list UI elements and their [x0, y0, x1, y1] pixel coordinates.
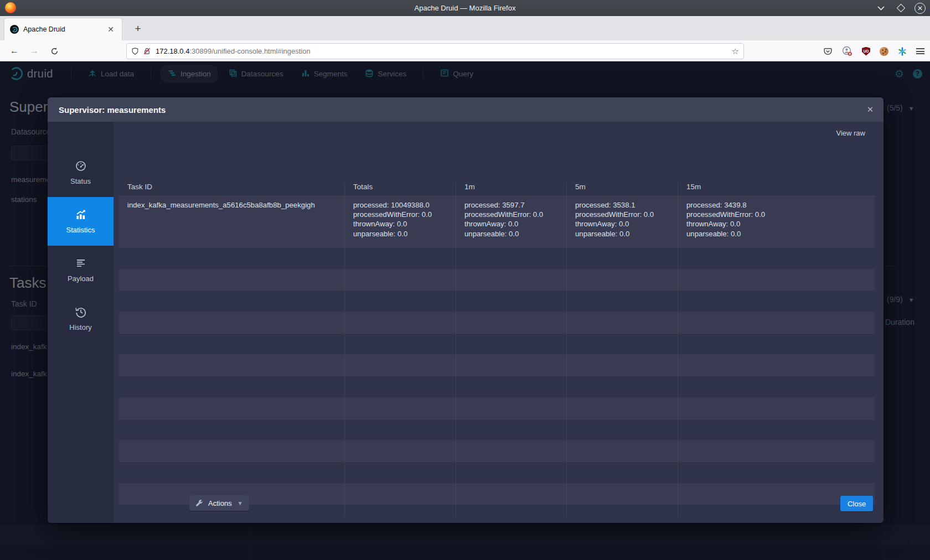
cell-empty	[456, 269, 566, 291]
cell-empty	[566, 462, 678, 483]
extension-asterisk-icon[interactable]	[898, 47, 907, 56]
modal-tab-statistics[interactable]: Statistics	[48, 197, 113, 246]
bookmark-star-icon[interactable]: ☆	[732, 46, 739, 56]
extension-account-icon[interactable]	[842, 46, 852, 56]
cell-empty	[456, 312, 566, 333]
modal-body: View raw Task IDTotals1m5m15mindex_kafka…	[113, 122, 884, 523]
back-icon[interactable]: ←	[7, 44, 22, 58]
cell-empty	[566, 484, 678, 505]
forward-icon[interactable]: →	[27, 44, 42, 58]
url-text[interactable]: 172.18.0.4:30899/unified-console.html#in…	[156, 47, 728, 55]
cell-empty	[566, 248, 678, 269]
cell-empty	[566, 269, 678, 291]
cell-empty	[678, 462, 875, 483]
cell-empty	[566, 312, 678, 333]
modal-tab-label: Status	[70, 177, 91, 185]
cell-empty	[566, 440, 678, 462]
tracking-shield-icon[interactable]	[131, 47, 139, 55]
browser-toolbar: ← → 172.18.0.4:30899/unified-console.htm…	[0, 40, 930, 61]
modal-close-icon[interactable]: ✕	[865, 104, 876, 115]
screen: Apache Druid — Mozilla Firefox ✕ Apache …	[0, 0, 930, 560]
column-header-task-id[interactable]: Task ID	[119, 183, 344, 196]
table-header-row: Task IDTotals1m5m15m	[119, 165, 875, 196]
cell-metrics: processed: 3439.8processedWithError: 0.0…	[678, 196, 875, 247]
cell-empty	[344, 355, 456, 376]
druid-favicon	[10, 25, 19, 34]
cell-empty	[456, 334, 566, 355]
table-row-empty	[119, 291, 875, 312]
cell-empty	[119, 376, 344, 397]
statistics-icon	[75, 209, 87, 222]
actions-button[interactable]: Actions ▼	[189, 495, 249, 511]
cell-empty	[344, 505, 456, 517]
insecure-lock-icon[interactable]	[143, 47, 151, 55]
column-header-15m[interactable]: 15m	[678, 183, 875, 196]
cell-metrics: processed: 3538.1processedWithError: 0.0…	[566, 196, 678, 247]
cell-metrics: processed: 3597.7processedWithError: 0.0…	[456, 196, 566, 247]
cell-empty	[344, 419, 456, 440]
table-row-empty	[119, 334, 875, 355]
cell-empty	[344, 484, 456, 505]
table-row-empty	[119, 462, 875, 484]
modal-close-button[interactable]: Close	[840, 496, 873, 511]
table-row-empty	[119, 419, 875, 441]
cookie-icon[interactable]	[880, 47, 888, 56]
cell-empty	[456, 398, 566, 419]
cell-task-id: index_kafka_measurements_a5616c5ba8afb8b…	[119, 196, 344, 247]
cell-empty	[566, 419, 678, 440]
cell-empty	[119, 398, 344, 419]
cell-empty	[456, 419, 566, 440]
history-icon	[75, 306, 87, 320]
cell-empty	[678, 440, 875, 462]
browser-tab[interactable]: Apache Druid ✕	[4, 18, 122, 40]
reload-icon[interactable]	[47, 44, 61, 58]
modal-tab-label: Payload	[68, 274, 94, 283]
chevron-down-icon: ▼	[237, 500, 243, 506]
table-row-empty	[119, 269, 875, 291]
cell-empty	[456, 440, 566, 462]
window-maximize-icon[interactable]	[895, 2, 907, 14]
modal-tab-payload[interactable]: Payload	[48, 246, 113, 294]
cell-empty	[344, 398, 456, 419]
table-row-empty	[119, 398, 875, 419]
cell-empty	[678, 269, 875, 291]
ublock-origin-icon[interactable]: UO	[862, 47, 870, 56]
cell-empty	[344, 376, 456, 397]
table-row[interactable]: index_kafka_measurements_a5616c5ba8afb8b…	[119, 196, 875, 248]
table-row-empty	[119, 376, 875, 398]
cell-empty	[119, 419, 344, 440]
menu-hamburger-icon[interactable]	[916, 48, 924, 54]
column-header-totals[interactable]: Totals	[344, 183, 456, 196]
view-raw-link[interactable]: View raw	[836, 129, 865, 137]
supervisor-modal: Supervisor: measurements ✕ StatusStatist…	[48, 97, 884, 523]
tab-title: Apache Druid	[23, 25, 105, 33]
cell-empty	[456, 484, 566, 505]
cell-empty	[456, 355, 566, 376]
cell-empty	[678, 248, 875, 269]
column-header-5m[interactable]: 5m	[566, 183, 678, 196]
tab-close-icon[interactable]: ✕	[105, 24, 116, 35]
window-controls: ✕	[875, 0, 926, 16]
cell-empty	[119, 355, 344, 376]
cell-empty	[566, 505, 678, 517]
cell-empty	[119, 440, 344, 462]
column-header-1m[interactable]: 1m	[456, 183, 566, 196]
url-bar[interactable]: 172.18.0.4:30899/unified-console.html#in…	[126, 43, 744, 59]
status-icon	[75, 160, 87, 174]
modal-tab-history[interactable]: History	[48, 294, 113, 343]
modal-tab-status[interactable]: Status	[48, 148, 113, 197]
cell-empty	[678, 398, 875, 419]
cell-empty	[344, 291, 456, 312]
pocket-icon[interactable]	[823, 46, 833, 56]
cell-empty	[344, 462, 456, 483]
new-tab-button[interactable]: +	[131, 22, 145, 36]
cell-empty	[119, 312, 344, 333]
wrench-icon	[195, 499, 204, 507]
window-minimize-icon[interactable]	[875, 2, 887, 14]
cell-empty	[566, 355, 678, 376]
cell-empty	[566, 398, 678, 419]
window-close-icon[interactable]: ✕	[914, 3, 926, 14]
table-row-empty	[119, 312, 875, 334]
cell-empty	[119, 462, 344, 483]
cell-empty	[119, 269, 344, 291]
